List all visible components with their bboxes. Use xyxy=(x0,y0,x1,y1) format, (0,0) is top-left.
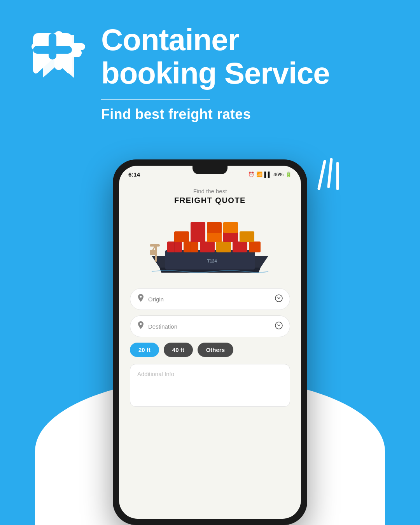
origin-pin-icon xyxy=(137,294,144,304)
origin-input-left: Origin xyxy=(137,294,164,304)
subtitle: Find best freight rates xyxy=(101,106,251,122)
status-time: 6:14 xyxy=(128,171,140,178)
phone-notch xyxy=(192,166,228,174)
phone-screen: 6:14 ⏰ 📶 ▌▌ 46% 🔋 Find the best FREIGHT … xyxy=(119,166,301,519)
destination-input-left: Destination xyxy=(137,321,177,331)
quote-title: FREIGHT QUOTE xyxy=(174,196,246,205)
status-icons: ⏰ 📶 ▌▌ 46% 🔋 xyxy=(248,172,292,177)
svg-line-4 xyxy=(319,161,325,189)
alarm-icon: ⏰ xyxy=(248,172,254,177)
additional-info-field[interactable]: Additional Info xyxy=(130,364,290,407)
title-divider xyxy=(101,99,210,100)
ship-illustration: T124 xyxy=(130,211,290,281)
svg-rect-21 xyxy=(223,222,238,233)
signal-icon: ▌▌ xyxy=(264,172,271,177)
origin-chevron-icon xyxy=(275,294,283,304)
destination-chevron-icon xyxy=(275,322,283,331)
svg-rect-15 xyxy=(191,231,205,242)
svg-rect-3 xyxy=(49,33,56,60)
svg-rect-26 xyxy=(150,244,160,247)
svg-rect-28 xyxy=(150,250,157,255)
svg-rect-14 xyxy=(174,231,189,242)
svg-rect-16 xyxy=(207,231,222,242)
size-others-button[interactable]: Others xyxy=(198,343,233,357)
find-label: Find the best xyxy=(193,188,227,194)
svg-rect-10 xyxy=(200,242,215,252)
svg-line-5 xyxy=(329,159,331,187)
wifi-icon: 📶 xyxy=(256,172,262,177)
top-section: Container booking Service Find best frei… xyxy=(0,0,420,122)
battery-label: 46% xyxy=(273,172,284,177)
svg-rect-13 xyxy=(249,242,261,252)
app-content: Find the best FREIGHT QUOTE xyxy=(119,180,301,519)
svg-rect-18 xyxy=(240,231,254,242)
main-background: Container booking Service Find best frei… xyxy=(0,0,420,525)
additional-info-placeholder: Additional Info xyxy=(137,371,174,377)
battery-icon: 🔋 xyxy=(285,172,292,177)
decorative-lines xyxy=(307,158,342,194)
phone-frame: 6:14 ⏰ 📶 ▌▌ 46% 🔋 Find the best FREIGHT … xyxy=(113,159,307,525)
logo-icon xyxy=(27,27,89,89)
header-area: Container booking Service Find best frei… xyxy=(101,23,393,122)
destination-input[interactable]: Destination xyxy=(130,315,290,337)
main-title: Container booking Service xyxy=(101,23,330,90)
svg-rect-11 xyxy=(216,242,231,252)
origin-placeholder: Origin xyxy=(148,296,164,303)
svg-rect-20 xyxy=(207,222,222,233)
svg-text:T124: T124 xyxy=(207,259,217,263)
size-40ft-button[interactable]: 40 ft xyxy=(164,343,193,357)
svg-rect-12 xyxy=(233,242,247,252)
destination-placeholder: Destination xyxy=(148,323,177,330)
svg-rect-19 xyxy=(191,222,205,233)
phone-wrapper: 6:14 ⏰ 📶 ▌▌ 46% 🔋 Find the best FREIGHT … xyxy=(0,134,420,525)
svg-rect-17 xyxy=(223,231,238,242)
size-buttons-group: 20 ft 40 ft Others xyxy=(130,343,290,357)
size-20ft-button[interactable]: 20 ft xyxy=(130,343,159,357)
origin-input[interactable]: Origin xyxy=(130,288,290,310)
destination-pin-icon xyxy=(137,321,144,331)
